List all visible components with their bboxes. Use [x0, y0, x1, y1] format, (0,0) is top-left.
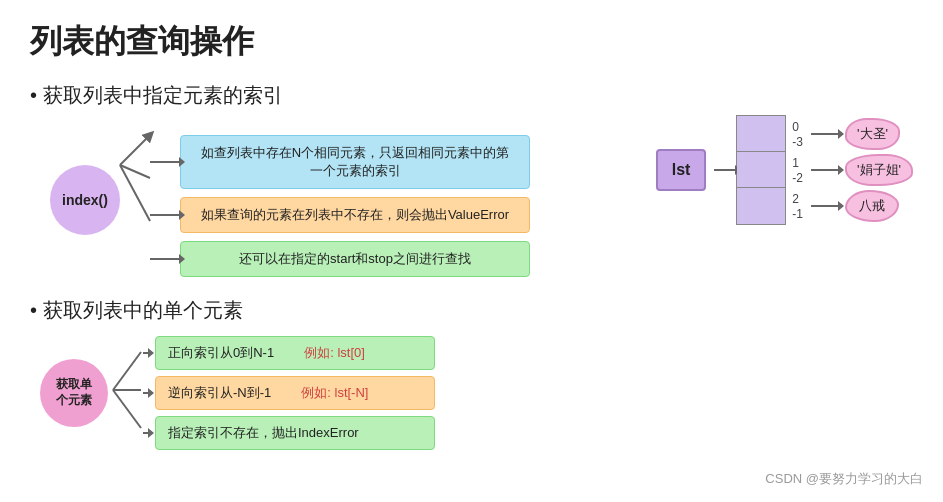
val-row-1: '娟子姐' — [811, 152, 913, 188]
lst-cell-2 — [737, 188, 785, 224]
lst-values: '大圣' '娟子姐' 八戒 — [811, 116, 913, 224]
index-lines-svg — [120, 121, 500, 241]
bullet2: • — [30, 299, 37, 322]
line2 — [150, 258, 180, 260]
lst-index-1: 1 -2 — [792, 152, 803, 188]
lst-indices: 0 -3 1 -2 2 -1 — [792, 116, 803, 224]
single-box-0-left: 正向索引从0到N-1 — [168, 344, 274, 362]
svg-line-2 — [120, 165, 150, 221]
index-node: index() — [50, 165, 120, 235]
single-box-0-right: 例如: lst[0] — [304, 344, 365, 362]
single-boxes: 正向索引从0到N-1 例如: lst[0] 逆向索引从-N到-1 例如: lst… — [143, 336, 435, 450]
line0 — [150, 161, 180, 163]
single-diagram: 获取单个元素 正向索引从0到N-1 例如: lst[0] — [40, 336, 913, 450]
svg-line-3 — [113, 352, 141, 390]
single-box-1: 逆向索引从-N到-1 例如: lst[-N] — [155, 376, 435, 410]
svg-line-0 — [120, 135, 150, 165]
lst-neg-2: -1 — [792, 207, 803, 221]
lst-cell-0 — [737, 116, 785, 152]
single-node: 获取单个元素 — [40, 359, 108, 427]
val-cloud-2: 八戒 — [845, 190, 899, 222]
single-box-row-2: 指定索引不存在，抛出IndexError — [143, 416, 435, 450]
section2-label: 获取列表中的单个元素 — [43, 297, 243, 324]
single-box-2: 指定索引不存在，抛出IndexError — [155, 416, 435, 450]
lst-pos-1: 1 — [792, 156, 803, 170]
section1-label: 获取列表中指定元素的索引 — [43, 82, 283, 109]
single-box-row-1: 逆向索引从-N到-1 例如: lst[-N] — [143, 376, 435, 410]
box-row-2: 还可以在指定的start和stop之间进行查找 — [150, 241, 530, 277]
single-box-1-right: 例如: lst[-N] — [301, 384, 368, 402]
watermark: CSDN @要努力学习的大白 — [765, 470, 923, 488]
val-row-2: 八戒 — [811, 188, 913, 224]
section2: • 获取列表中的单个元素 获取单个元素 正向索引从0到N- — [30, 297, 913, 450]
val-cloud-0: '大圣' — [845, 118, 900, 150]
lst-pos-0: 0 — [792, 120, 803, 134]
val-cloud-1: '娟子姐' — [845, 154, 913, 186]
lst-neg-1: -2 — [792, 171, 803, 185]
lst-neg-0: -3 — [792, 135, 803, 149]
index-node-label: index() — [62, 192, 108, 208]
line1 — [150, 214, 180, 216]
lst-label: lst — [656, 149, 707, 191]
single-lines-svg — [113, 336, 143, 444]
single-box-row-0: 正向索引从0到N-1 例如: lst[0] — [143, 336, 435, 370]
lst-diagram: lst 0 -3 1 -2 2 -1 '大圣' — [656, 115, 913, 225]
lst-index-0: 0 -3 — [792, 116, 803, 152]
section1-title: • 获取列表中指定元素的索引 — [30, 82, 913, 109]
lst-table — [736, 115, 786, 225]
single-box-2-left: 指定索引不存在，抛出IndexError — [168, 424, 359, 442]
info-box-2: 还可以在指定的start和stop之间进行查找 — [180, 241, 530, 277]
lst-cell-1 — [737, 152, 785, 188]
svg-line-5 — [113, 390, 141, 428]
lst-pos-2: 2 — [792, 192, 803, 206]
page-title: 列表的查询操作 — [30, 20, 913, 64]
box-text-2: 还可以在指定的start和stop之间进行查找 — [239, 250, 471, 268]
single-box-1-left: 逆向索引从-N到-1 — [168, 384, 271, 402]
section2-title: • 获取列表中的单个元素 — [30, 297, 913, 324]
val-row-0: '大圣' — [811, 116, 913, 152]
bullet1: • — [30, 84, 37, 107]
lst-index-2: 2 -1 — [792, 188, 803, 224]
single-box-0: 正向索引从0到N-1 例如: lst[0] — [155, 336, 435, 370]
